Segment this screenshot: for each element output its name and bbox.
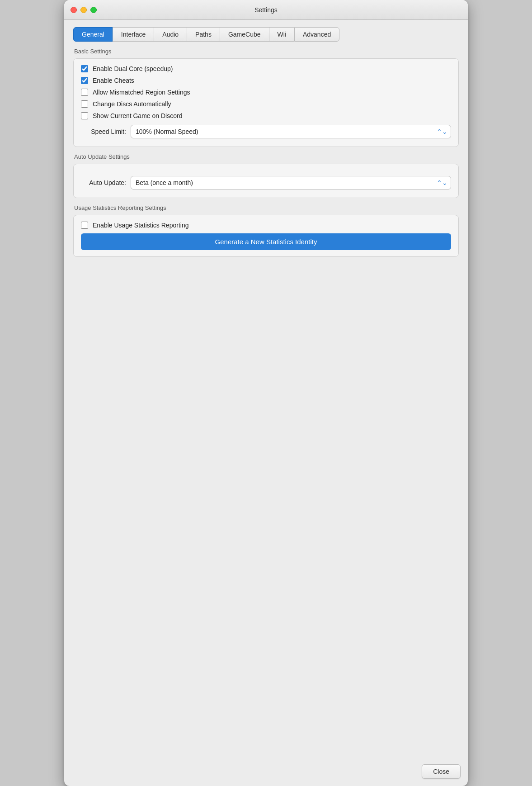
settings-window: Settings General Interface Audio Paths G…: [64, 0, 468, 786]
auto-update-title: Auto Update Settings: [74, 153, 459, 160]
usage-statistics-section: Usage Statistics Reporting Settings Enab…: [73, 204, 459, 257]
window-title: Settings: [254, 6, 278, 14]
tab-advanced[interactable]: Advanced: [294, 27, 339, 42]
discord-row: Show Current Game on Discord: [81, 112, 451, 119]
tab-wii[interactable]: Wii: [269, 27, 294, 42]
minimize-traffic-light[interactable]: [80, 7, 87, 13]
close-traffic-light[interactable]: [71, 7, 77, 13]
dual-core-label[interactable]: Enable Dual Core (speedup): [93, 65, 173, 72]
usage-stats-label[interactable]: Enable Usage Statistics Reporting: [93, 222, 188, 229]
usage-statistics-box: Enable Usage Statistics Reporting Genera…: [73, 215, 459, 257]
tab-paths[interactable]: Paths: [187, 27, 220, 42]
discord-label[interactable]: Show Current Game on Discord: [93, 112, 182, 119]
region-row: Allow Mismatched Region Settings: [81, 89, 451, 96]
cheats-row: Enable Cheats: [81, 77, 451, 84]
basic-settings-section: Basic Settings Enable Dual Core (speedup…: [73, 48, 459, 147]
titlebar: Settings: [64, 0, 468, 20]
usage-stats-checkbox[interactable]: [81, 222, 88, 229]
dual-core-checkbox[interactable]: [81, 65, 88, 72]
speed-limit-select[interactable]: 10% (Slowest) 25% 50% 75% 100% (Normal S…: [131, 125, 451, 138]
auto-update-section: Auto Update Settings Auto Update: Stable…: [73, 153, 459, 198]
bottom-bar: Close: [64, 760, 468, 786]
tab-general[interactable]: General: [73, 27, 113, 42]
cheats-checkbox[interactable]: [81, 77, 88, 84]
tab-audio[interactable]: Audio: [154, 27, 187, 42]
discs-label[interactable]: Change Discs Automatically: [93, 100, 171, 108]
region-label[interactable]: Allow Mismatched Region Settings: [93, 89, 190, 96]
basic-settings-box: Enable Dual Core (speedup) Enable Cheats…: [73, 58, 459, 147]
usage-statistics-title: Usage Statistics Reporting Settings: [74, 204, 459, 211]
usage-stats-row: Enable Usage Statistics Reporting: [81, 222, 451, 229]
basic-settings-title: Basic Settings: [74, 48, 459, 55]
generate-statistics-button[interactable]: Generate a New Statistics Identity: [81, 233, 451, 250]
region-checkbox[interactable]: [81, 89, 88, 96]
auto-update-row: Auto Update: Stable Beta (once a month) …: [81, 176, 451, 189]
cheats-label[interactable]: Enable Cheats: [93, 77, 134, 84]
speed-limit-row: Speed Limit: 10% (Slowest) 25% 50% 75% 1…: [81, 125, 451, 138]
discs-row: Change Discs Automatically: [81, 100, 451, 108]
tab-bar: General Interface Audio Paths GameCube W…: [73, 27, 459, 42]
auto-update-select-wrapper: Stable Beta (once a month) Dev (nightly)…: [131, 176, 451, 189]
main-content: General Interface Audio Paths GameCube W…: [64, 20, 468, 760]
speed-limit-label: Speed Limit:: [81, 128, 126, 135]
discord-checkbox[interactable]: [81, 112, 88, 119]
traffic-lights: [71, 7, 97, 13]
auto-update-label: Auto Update:: [81, 179, 126, 186]
discs-checkbox[interactable]: [81, 100, 88, 108]
tab-gamecube[interactable]: GameCube: [220, 27, 269, 42]
speed-limit-select-wrapper: 10% (Slowest) 25% 50% 75% 100% (Normal S…: [131, 125, 451, 138]
maximize-traffic-light[interactable]: [90, 7, 97, 13]
close-button[interactable]: Close: [422, 764, 461, 779]
auto-update-box: Auto Update: Stable Beta (once a month) …: [73, 164, 459, 198]
dual-core-row: Enable Dual Core (speedup): [81, 65, 451, 72]
tab-interface[interactable]: Interface: [113, 27, 154, 42]
auto-update-select[interactable]: Stable Beta (once a month) Dev (nightly)…: [131, 176, 451, 189]
